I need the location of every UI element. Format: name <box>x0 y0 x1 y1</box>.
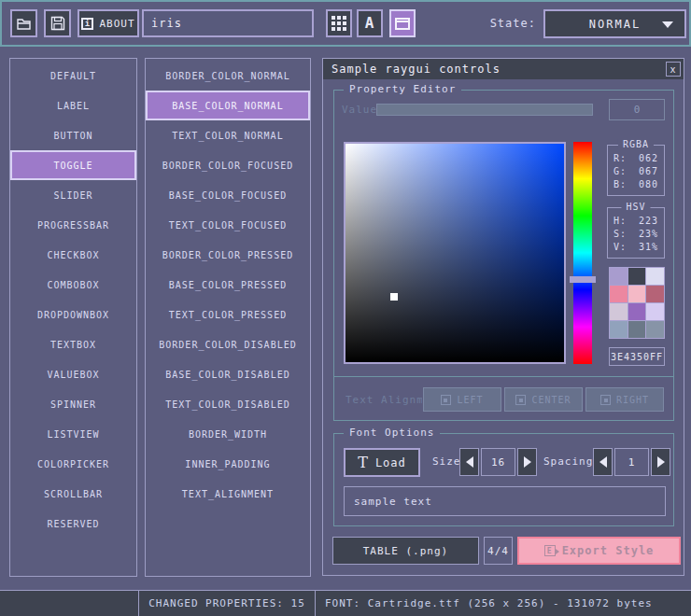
state-dropdown[interactable]: NORMAL <box>543 9 686 38</box>
controls-item-dropdownbox[interactable]: DROPDOWNBOX <box>10 300 136 329</box>
value-slider[interactable] <box>376 104 593 116</box>
property-item-base-color-pressed[interactable]: BASE_COLOR_PRESSED <box>146 270 310 300</box>
property-item-text-color-normal[interactable]: TEXT_COLOR_NORMAL <box>146 120 310 150</box>
align-right-button[interactable]: RIGHT <box>585 387 664 412</box>
pages-value-box[interactable]: 4/4 <box>484 537 513 565</box>
export-icon: E <box>544 545 556 556</box>
status-changed-properties: CHANGED PROPERTIES: 15 <box>138 591 315 616</box>
controls-item-reserved[interactable]: RESERVED <box>10 509 136 539</box>
controls-item-slider[interactable]: SLIDER <box>10 180 136 210</box>
align-center-icon <box>515 395 526 405</box>
property-item-base-color-normal[interactable]: BASE_COLOR_NORMAL <box>146 91 310 120</box>
property-item-text-color-pressed[interactable]: TEXT_COLOR_PRESSED <box>146 300 310 329</box>
palette-swatch[interactable] <box>628 268 646 285</box>
save-icon <box>50 16 65 31</box>
controls-item-toggle[interactable]: TOGGLE <box>10 150 136 180</box>
state-dropdown-value: NORMAL <box>589 18 641 31</box>
palette-swatch[interactable] <box>646 303 664 320</box>
status-font-info: FONT: Cartridge.ttf (256 x 256) - 131072… <box>315 591 691 616</box>
font-A-icon: A <box>365 16 375 31</box>
palette-swatch[interactable] <box>646 321 664 338</box>
properties-list: BORDER_COLOR_NORMAL BASE_COLOR_NORMAL TE… <box>145 58 311 577</box>
window-titlebar[interactable]: Sample raygui controls x <box>323 59 684 79</box>
chevron-down-icon <box>662 21 673 28</box>
hsv-hue-row: H:223 <box>608 214 664 227</box>
hsv-group-label: HSV <box>621 202 650 212</box>
controls-item-checkbox[interactable]: CHECKBOX <box>10 240 136 270</box>
spacing-decrease-button[interactable] <box>593 448 613 476</box>
property-item-base-color-disabled[interactable]: BASE_COLOR_DISABLED <box>146 359 310 389</box>
controls-item-button[interactable]: BUTTON <box>10 120 136 150</box>
property-item-border-color-focused[interactable]: BORDER_COLOR_FOCUSED <box>146 150 310 180</box>
text-alignment-label: Text Alignmen <box>346 394 422 406</box>
save-style-button[interactable] <box>44 9 71 37</box>
controls-view-button[interactable] <box>389 9 416 37</box>
hue-slider-handle[interactable] <box>570 276 596 283</box>
close-button[interactable]: x <box>666 62 681 77</box>
status-section-empty <box>0 591 138 616</box>
style-name-input[interactable] <box>142 9 314 37</box>
rgba-group: RGBA R:062 G:067 B:080 <box>607 145 665 196</box>
spacing-value-box[interactable]: 1 <box>614 448 649 476</box>
hsv-group: HSV H:223 S:23% V:31% <box>607 207 665 259</box>
palette-swatch[interactable] <box>628 321 646 338</box>
style-table-view-button[interactable] <box>326 9 352 37</box>
arrow-left-icon <box>599 456 607 468</box>
property-item-border-color-pressed[interactable]: BORDER_COLOR_PRESSED <box>146 240 310 270</box>
align-left-button[interactable]: LEFT <box>423 387 501 412</box>
size-value-box[interactable]: 16 <box>481 448 515 476</box>
size-decrease-button[interactable] <box>459 448 479 476</box>
controls-item-colorpicker[interactable]: COLORPICKER <box>10 449 136 479</box>
palette-swatch[interactable] <box>628 286 646 302</box>
export-style-button[interactable]: E Export Style <box>517 537 681 565</box>
controls-item-combobox[interactable]: COMBOBOX <box>10 270 136 300</box>
property-item-text-color-focused[interactable]: TEXT_COLOR_FOCUSED <box>146 210 310 240</box>
hex-color-box[interactable]: 3E4350FF <box>609 347 665 366</box>
align-center-button[interactable]: CENTER <box>504 387 583 412</box>
color-picker-cursor[interactable] <box>390 293 398 301</box>
property-item-border-color-disabled[interactable]: BORDER_COLOR_DISABLED <box>146 329 310 359</box>
property-item-inner-padding[interactable]: INNER_PADDING <box>146 449 310 479</box>
spacing-increase-button[interactable] <box>651 448 670 476</box>
property-item-text-alignment[interactable]: TEXT_ALIGNMENT <box>146 479 310 509</box>
export-format-button[interactable]: TABLE (.png) <box>332 537 479 565</box>
hue-bar[interactable] <box>573 142 592 364</box>
controls-item-default[interactable]: DEFAULT <box>10 61 136 91</box>
property-item-border-color-normal[interactable]: BORDER_COLOR_NORMAL <box>146 61 310 91</box>
palette-swatch[interactable] <box>610 268 628 285</box>
controls-item-valuebox[interactable]: VALUEBOX <box>10 359 136 389</box>
status-bar: CHANGED PROPERTIES: 15 FONT: Cartridge.t… <box>0 590 691 616</box>
controls-item-progressbar[interactable]: PROGRESSBAR <box>10 210 136 240</box>
font-options-group-label: Font Options <box>344 427 440 439</box>
color-palette <box>609 267 665 339</box>
controls-item-spinner[interactable]: SPINNER <box>10 389 136 419</box>
hsv-saturation-row: S:23% <box>608 227 664 240</box>
palette-swatch[interactable] <box>610 303 628 320</box>
window-title: Sample raygui controls <box>331 63 501 76</box>
sample-controls-window: Sample raygui controls x Property Editor… <box>322 58 684 576</box>
about-button[interactable]: i ABOUT <box>78 9 139 37</box>
controls-item-scrollbar[interactable]: SCROLLBAR <box>10 479 136 509</box>
color-picker-panel[interactable] <box>344 142 566 364</box>
font-load-button[interactable]: T Load <box>344 448 420 477</box>
palette-swatch[interactable] <box>646 268 664 285</box>
font-T-icon: T <box>358 455 369 470</box>
font-view-button[interactable]: A <box>357 9 383 37</box>
controls-item-listview[interactable]: LISTVIEW <box>10 419 136 449</box>
size-increase-button[interactable] <box>517 448 537 476</box>
sample-text-box[interactable]: sample text <box>344 486 666 516</box>
property-item-border-width[interactable]: BORDER_WIDTH <box>146 419 310 449</box>
property-item-base-color-focused[interactable]: BASE_COLOR_FOCUSED <box>146 180 310 210</box>
palette-swatch[interactable] <box>646 286 664 302</box>
palette-swatch[interactable] <box>610 286 628 302</box>
property-item-text-color-disabled[interactable]: TEXT_COLOR_DISABLED <box>146 389 310 419</box>
open-style-button[interactable] <box>10 9 37 37</box>
controls-item-textbox[interactable]: TEXTBOX <box>10 329 136 359</box>
about-button-label: ABOUT <box>99 18 134 30</box>
palette-swatch[interactable] <box>628 303 646 320</box>
controls-item-label[interactable]: LABEL <box>10 91 136 120</box>
arrow-right-icon <box>524 456 531 468</box>
value-box[interactable]: 0 <box>609 99 665 120</box>
hsv-value-row: V:31% <box>608 240 664 253</box>
palette-swatch[interactable] <box>610 321 628 338</box>
